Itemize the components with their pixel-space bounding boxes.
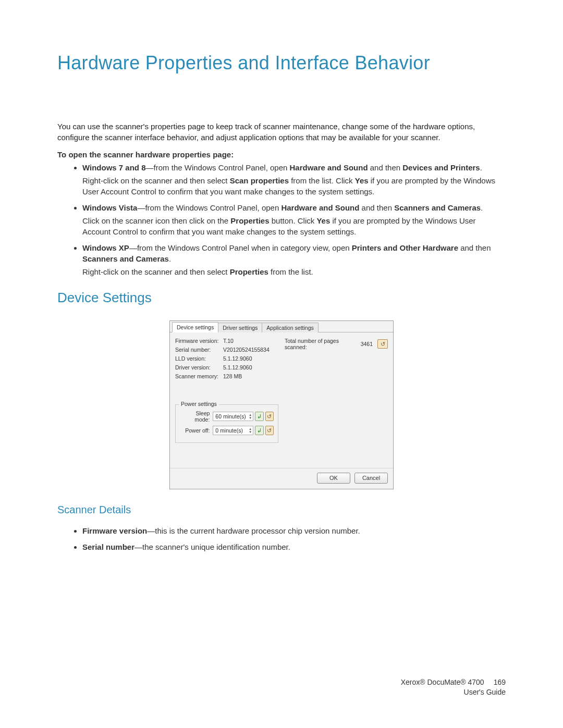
power-off-stepper[interactable]: 0 minute(s) ▲▼ [213,426,253,435]
intro-paragraph: You can use the scanner's properties pag… [57,121,506,143]
reset-counter-icon[interactable]: ↺ [377,339,388,349]
power-settings-group: Power settings Sleep mode: 60 minute(s) … [175,404,278,443]
scanner-details-heading: Scanner Details [57,504,506,516]
sleep-mode-stepper[interactable]: 60 minute(s) ▲▼ [213,412,253,421]
spinner-arrows-icon[interactable]: ▲▼ [249,413,252,419]
os-label: Windows Vista [82,203,137,212]
power-off-row: Power off: 0 minute(s) ▲▼ ↲ ↺ [180,426,274,435]
driver-row: Driver version:5.1.12.9060 [175,364,278,371]
list-sub: Click on the scanner icon then click on … [82,215,506,237]
product-name: Xerox® DocuMate® 4700 [401,678,484,686]
tab-device-settings[interactable]: Device settings [172,322,218,332]
ok-button[interactable]: OK [317,473,350,484]
apply-icon[interactable]: ↲ [255,426,263,435]
reset-icon[interactable]: ↺ [265,426,274,435]
page-footer: Xerox® DocuMate® 4700169 User's Guide [401,677,506,698]
device-settings-heading: Device Settings [57,290,506,306]
memory-row: Scanner memory:128 MB [175,373,278,379]
details-list: Firmware version—this is the current har… [57,525,506,552]
guide-label: User's Guide [401,687,506,698]
tab-application-settings[interactable]: Application settings [262,323,318,332]
spinner-arrows-icon[interactable]: ▲▼ [249,427,252,434]
open-heading: To open the scanner hardware properties … [57,150,506,159]
serial-row: Serial number:V20120524155834 [175,347,278,353]
list-sub: Right-click on the scanner and then sele… [82,175,506,197]
properties-dialog: Device settings Driver settings Applicat… [169,320,394,489]
list-item: Windows XP—from the Windows Control Pane… [82,242,506,277]
tab-driver-settings[interactable]: Driver settings [218,323,262,332]
power-legend: Power settings [179,401,219,407]
sleep-mode-row: Sleep mode: 60 minute(s) ▲▼ ↲ ↺ [180,410,274,423]
list-item: Firmware version—this is the current har… [82,525,506,536]
instructions-list: Windows 7 and 8—from the Windows Control… [57,162,506,277]
firmware-row: Firmware version:T.10 [175,338,278,344]
total-pages-row: Total number of pages scanned: 3461 ↺ [285,338,388,350]
os-label: Windows 7 and 8 [82,163,146,172]
list-item: Windows 7 and 8—from the Windows Control… [82,162,506,197]
list-item: Windows Vista—from the Windows Control P… [82,202,506,237]
cancel-button[interactable]: Cancel [354,473,388,484]
list-item: Serial number—the scanner's unique ident… [82,541,506,552]
list-sub: Right-click on the scanner and then sele… [82,266,506,277]
page-number: 169 [494,678,506,686]
dialog-tabs: Device settings Driver settings Applicat… [170,321,393,332]
page-title: Hardware Properties and Interface Behavi… [57,52,506,74]
apply-icon[interactable]: ↲ [255,412,263,421]
reset-icon[interactable]: ↺ [265,412,274,421]
lld-row: LLD version:5.1.12.9060 [175,355,278,362]
os-label: Windows XP [82,243,129,252]
